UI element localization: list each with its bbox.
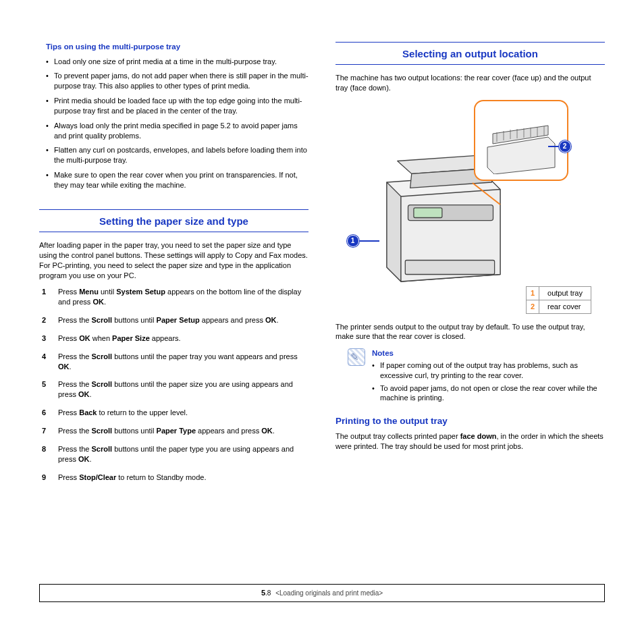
paragraph: After loading paper in the paper tray, y… [39, 240, 308, 280]
section-title: <Loading originals and print media> [275, 589, 383, 597]
paragraph: The machine has two output locations: th… [336, 73, 605, 93]
step: Press Menu until System Setup appears on… [39, 287, 308, 307]
rule [336, 64, 605, 65]
legend-num: 2 [526, 300, 539, 313]
sub-heading: Printing to the output tray [336, 415, 605, 427]
step: Press the Scroll buttons until the paper… [39, 444, 308, 464]
list-item: If paper coming out of the output tray h… [372, 360, 605, 381]
step: Press Back to return to the upper level. [39, 408, 308, 418]
section-heading: Selecting an output location [336, 43, 605, 64]
step: Press the Scroll buttons until the paper… [39, 379, 308, 400]
notes-heading: Notes [372, 348, 605, 359]
list-item: Print media should be loaded face up wit… [46, 96, 308, 116]
badge-1-icon: 1 [347, 235, 359, 247]
section-heading-block: Selecting an output location [336, 42, 605, 65]
page-number: .8 [265, 589, 271, 597]
list-item: Make sure to open the rear cover when yo… [46, 170, 308, 190]
right-column: Selecting an output location The machine… [336, 42, 605, 490]
svg-rect-2 [405, 261, 494, 275]
steps-list: Press Menu until System Setup appears on… [39, 287, 308, 482]
section-heading: Setting the paper size and type [39, 210, 308, 232]
paragraph: The printer sends output to the output t… [336, 322, 605, 342]
svg-rect-1 [413, 208, 441, 218]
tips-heading: Tips on using the multi-purpose tray [46, 42, 308, 53]
notes-icon [348, 348, 365, 366]
legend-label: rear cover [539, 300, 591, 313]
tips-list: Load only one size of print media at a t… [46, 57, 308, 190]
step: Press the Scroll buttons until the paper… [39, 352, 308, 372]
printer-diagram: 1 2 1output tray 2rear cover [336, 100, 605, 314]
step: Press OK when Paper Size appears. [39, 333, 308, 344]
list-item: Load only one size of print media at a t… [46, 57, 308, 67]
left-column: Tips on using the multi-purpose tray Loa… [39, 42, 308, 490]
page-footer: 5.8 <Loading originals and print media> [39, 584, 605, 602]
list-item: Flatten any curl on postcards, envelopes… [46, 145, 308, 165]
notes-block: Notes If paper coming out of the output … [348, 348, 605, 406]
badge-2-icon: 2 [559, 140, 571, 153]
list-item: To prevent paper jams, do not add paper … [46, 71, 308, 91]
step: Press the Scroll buttons until Paper Set… [39, 315, 308, 325]
callout-marker-2: 2 [548, 140, 571, 153]
section-heading-block: Setting the paper size and type [39, 209, 308, 232]
step: Press Stop/Clear to return to Standby mo… [39, 473, 308, 483]
rule [39, 232, 308, 232]
list-item: To avoid paper jams, do not open or clos… [372, 383, 605, 404]
list-item: Always load only the print media specifi… [46, 121, 308, 141]
notes-list: If paper coming out of the output tray h… [372, 360, 605, 403]
step: Press the Scroll buttons until Paper Typ… [39, 426, 308, 436]
paragraph: The output tray collects printed paper f… [336, 431, 605, 452]
callout-marker-1: 1 [347, 235, 379, 247]
legend-table: 1output tray 2rear cover [526, 286, 591, 314]
